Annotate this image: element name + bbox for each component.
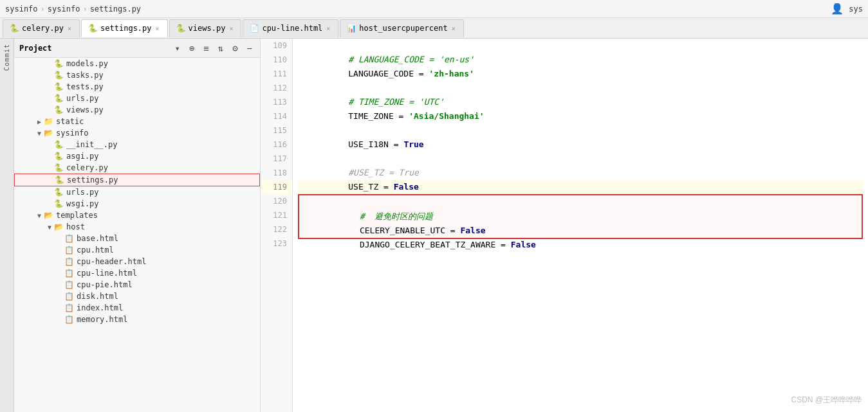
tree-item-urls-root[interactable]: 🐍 urls.py [14,93,260,104]
tree-item-views-root[interactable]: 🐍 views.py [14,104,260,116]
sidebar-add-icon[interactable]: ⊕ [187,42,197,55]
tab-close-host-usercpu[interactable]: × [450,24,457,33]
html-icon-disk: 📋 [64,292,74,301]
sidebar-close-icon[interactable]: − [245,42,255,55]
line-num-118: 118 [261,166,292,180]
tree-label-cpu-pie: cpu-pie.html [77,280,133,289]
user-icon[interactable]: 👤 [831,3,844,15]
sidebar-scroll-icon[interactable]: ≡ [201,42,211,55]
tree-label-celery: celery.py [66,163,108,172]
tab-label-settings: settings.py [100,24,151,33]
sidebar-dropdown-icon[interactable]: ▾ [172,42,182,55]
tree-arrow-host: ▼ [45,224,54,231]
tab-host-usercpu[interactable]: 📊 host_usercpupercent × [340,19,463,37]
sidebar-settings-icon[interactable]: ⚙ [230,42,240,55]
tab-label-views: views.py [189,24,226,33]
tree-label-sysinfo: sysinfo [56,129,89,138]
tree-label-cpu-line: cpu-line.html [77,269,137,278]
code-113-str: 'Asia/Shanghai' [409,111,484,121]
tab-settings[interactable]: 🐍 settings.py × [81,19,168,37]
tree-item-cpu-header[interactable]: 📋 cpu-header.html [14,256,260,267]
code-121-kw: False [460,226,485,235]
html-icon-cpu-pie: 📋 [64,280,74,289]
tree-label-models: models.py [66,59,108,68]
html-icon-base: 📋 [64,234,74,243]
html-icon-memory: 📋 [64,315,74,324]
tree-item-static[interactable]: ▶ 📁 static [14,116,260,127]
tree-item-sysinfo[interactable]: ▼ 📂 sysinfo [14,127,260,139]
tree-item-urls-sysinfo[interactable]: 🐍 urls.py [14,186,260,198]
tree-arrow-templates: ▼ [35,212,44,219]
tree-item-cpu[interactable]: 📋 cpu.html [14,244,260,256]
code-110-id: LANGUAGE_CODE = [348,69,429,78]
code-121-id: CELERY_ENABLE_UTC = [360,226,461,235]
code-109-text: # LANGUAGE_CODE = 'en-us' [348,55,474,64]
sidebar: Project ▾ ⊕ ≡ ⇅ ⚙ − 🐍 models.py 🐍 tasks.… [14,39,261,412]
tree-item-templates[interactable]: ▼ 📂 templates [14,210,260,221]
line-num-112: 112 [261,81,292,95]
tree-label-cpu: cpu.html [77,246,114,255]
code-line-117: #USE_TZ = True [298,152,863,166]
code-118-id: USE_TZ = [348,182,393,192]
titlebar: sysinfo › sysinfo › settings.py 👤 sys [0,0,868,18]
tab-label-cpu-line: cpu-line.html [262,24,322,33]
line-num-123: 123 [261,237,292,251]
tree-item-base[interactable]: 📋 base.html [14,233,260,244]
folder-icon-host: 📂 [54,222,64,231]
tree-label-views-root: views.py [66,105,104,114]
line-num-115: 115 [261,123,292,138]
code-area: 109 110 111 112 113 114 115 116 117 118 … [261,39,868,412]
tree-item-init[interactable]: 🐍 __init__.py [14,139,260,150]
tree-item-disk[interactable]: 📋 disk.html [14,291,260,302]
folder-icon-templates: 📂 [44,211,53,220]
code-line-112: # TIME_ZONE = 'UTC' [298,81,863,95]
line-num-114: 114 [261,109,292,123]
tree-item-cpu-pie[interactable]: 📋 cpu-pie.html [14,279,260,291]
code-line-115: USE_I18N = True [298,123,863,138]
breadcrumb-sysinfo1: sysinfo [5,4,38,13]
tree-item-models[interactable]: 🐍 models.py [14,58,260,69]
tree-label-templates: templates [56,211,98,220]
tree-item-tests[interactable]: 🐍 tests.py [14,81,260,93]
tree-label-static: static [56,117,84,126]
tree-label-tests: tests.py [66,82,104,91]
html-icon-cpu-line: 📋 [64,269,74,278]
tab-celery[interactable]: 🐍 celery.py × [3,19,80,37]
tree-item-settings[interactable]: 🐍 settings.py [14,174,260,186]
sidebar-title: Project [19,44,168,53]
code-line-109: # LANGUAGE_CODE = 'en-us' [298,39,863,53]
sidebar-collapse-icon[interactable]: ⇅ [216,42,226,55]
tab-close-celery[interactable]: × [66,24,73,33]
code-110-str: 'zh-hans' [429,69,474,78]
tree-item-memory[interactable]: 📋 memory.html [14,314,260,325]
tab-close-settings[interactable]: × [154,24,161,33]
line-num-111: 111 [261,67,292,81]
tree-label-wsgi: wsgi.py [66,199,99,208]
header-label: sys [849,4,863,13]
code-118-kw: False [394,182,419,192]
tree-item-asgi[interactable]: 🐍 asgi.py [14,150,260,162]
tree-item-celery[interactable]: 🐍 celery.py [14,162,260,174]
tab-cpu-line[interactable]: 📄 cpu-line.html × [243,19,338,37]
tab-label-host-usercpu: host_usercpupercent [359,24,447,33]
tree-item-index[interactable]: 📋 index.html [14,302,260,314]
tree-item-tasks[interactable]: 🐍 tasks.py [14,69,260,81]
folder-icon-static: 📁 [44,117,53,126]
tree-item-wsgi[interactable]: 🐍 wsgi.py [14,198,260,210]
html-icon-cpu-header: 📋 [64,257,74,266]
code-content[interactable]: # LANGUAGE_CODE = 'en-us' LANGUAGE_CODE … [293,39,868,412]
code-122-kw: False [511,240,536,249]
tree-arrow-sysinfo: ▼ [35,130,44,137]
tab-close-views[interactable]: × [228,24,234,33]
tab-close-cpu-line[interactable]: × [325,24,331,33]
breadcrumb-settings: settings.py [90,4,141,13]
py-icon-tests: 🐍 [54,82,64,91]
tab-views[interactable]: 🐍 views.py × [169,19,242,37]
code-112-text: # TIME_ZONE = 'UTC' [348,97,444,107]
line-num-122: 122 [261,222,292,237]
sidebar-toolbar: Project ▾ ⊕ ≡ ⇅ ⚙ − [14,39,260,58]
tab-icon-settings: 🐍 [88,24,98,33]
tree-item-cpu-line[interactable]: 📋 cpu-line.html [14,267,260,279]
tree-item-host[interactable]: ▼ 📂 host [14,221,260,233]
code-box-section: # 避免时区的问题 CELERY_ENABLE_UTC = False DJAN… [298,194,863,239]
